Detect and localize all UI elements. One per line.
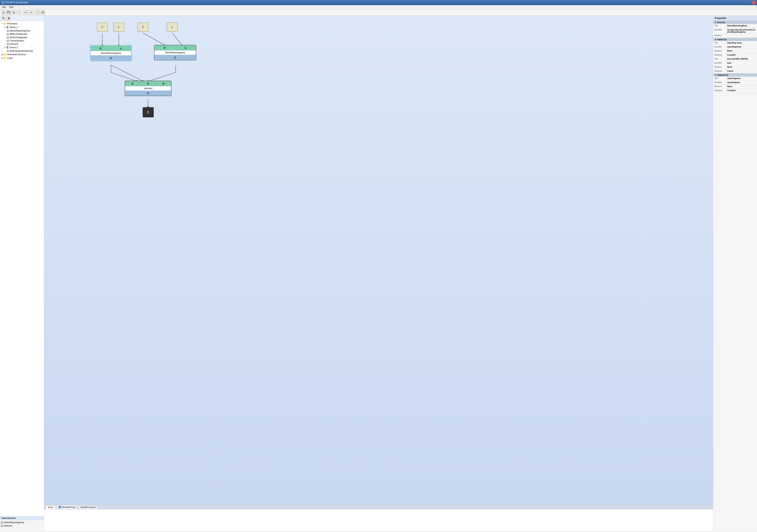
app-title: RichWPS ModelBuilder — [6, 1, 28, 4]
tree-item-msrlds[interactable]: MSRLDSselection — [0, 32, 44, 36]
tab-model[interactable]: Model — [45, 505, 56, 509]
outputs-section-header[interactable]: ▼ Outputs (1) — [713, 73, 757, 76]
process-icon-st — [7, 37, 9, 39]
bottom-tabs-area: Model i SemanticProxy RichWPS-Server — [44, 504, 713, 531]
tree-label-server2: Server 2 — [9, 46, 17, 49]
toolbar: 🗂 💾 🖨 ⬜ ↩ ↪ 📋 🌿 — [0, 9, 757, 15]
toolbar-undo[interactable]: ↩ — [23, 10, 28, 15]
prop-input1-title-row: Title reporting areas. — [713, 41, 757, 45]
tree-label-st: SelectTopography — [10, 36, 27, 39]
input-node-l2[interactable]: L — [167, 22, 178, 32]
tree-item-server2[interactable]: ▼ 🗄 Server 2 — [0, 45, 44, 49]
process-section-header[interactable]: ▼ Process — [713, 21, 757, 24]
prop-input1-identifier-label: Identifier — [713, 45, 726, 49]
tree-item-local[interactable]: ▶ 📁 Local — [0, 56, 44, 60]
tree-item-selecttopography[interactable]: SelectTopography — [0, 36, 44, 39]
toolbar-action1[interactable]: 📋 — [35, 10, 40, 15]
toolbar-new[interactable]: ⬜ — [16, 10, 21, 15]
close-button[interactable]: ✕ — [752, 1, 756, 4]
toolbar-redo[interactable]: ↪ — [28, 10, 33, 15]
prop-input1-title-label: Title — [713, 41, 726, 45]
prop-process-abstract-label: Abstract — [713, 34, 726, 38]
tab-richwps[interactable]: RichWPS-Server — [78, 505, 98, 509]
tree-label-server1: Server 1 — [9, 26, 17, 29]
prop-process-title-label: Title — [713, 24, 726, 28]
inputs-section-header[interactable]: ▼ Inputs (2) — [713, 38, 757, 41]
tree-item-processes[interactable]: ▼ 📁 Processes — [0, 22, 44, 25]
menu-file[interactable]: File — [1, 6, 7, 9]
model-canvas[interactable]: C L C L C L S — [44, 15, 713, 504]
output-box: C — [143, 107, 154, 117]
tree-item-makro[interactable]: Makrophytenbewertung — [0, 49, 44, 53]
prop-output1-abstract-value: None. — [726, 85, 757, 89]
expand-icon-server2: ▼ — [4, 46, 6, 48]
tree-item-characteristics[interactable]: Characteristics — [0, 39, 44, 42]
toolbar-sep2 — [34, 11, 34, 15]
input-node-c2[interactable]: C — [137, 22, 149, 32]
toolbar-print[interactable]: 🖨 — [11, 10, 16, 15]
prop-output1-title-row: Title reportingarea. — [713, 76, 757, 81]
server1-icon: 🗄 — [6, 26, 9, 29]
tab-semanticproxy[interactable]: i SemanticProxy — [56, 505, 78, 509]
prop-input2-identifier-row: Identifier area — [713, 61, 757, 65]
tree-label-local: Local — [7, 57, 13, 59]
intersect-title: Intersect — [144, 87, 152, 90]
prop-input1-datatype-row: Datatype Complex — [713, 53, 757, 57]
properties-header: Properties — [713, 15, 757, 21]
tree-item-server1[interactable]: ▼ 🗄 Server 1 — [0, 25, 44, 29]
expand-icon-server1: ▼ — [4, 26, 6, 28]
prop-process-identifier-value: net.disy.wps.lkn.processes.SelectReporti… — [726, 28, 757, 34]
prop-output1-datatype-value: Complex — [726, 89, 757, 93]
tree-label-char: Characteristics — [10, 40, 24, 42]
sra1-title: SelectReportingArea — [101, 52, 121, 54]
tree-item-selectreportingarea[interactable]: SelectReportingArea — [0, 29, 44, 32]
used-item-intersect[interactable]: Intersect — [0, 524, 44, 527]
prop-output1-identifier-row: Identifier reportingarea — [713, 81, 757, 85]
prop-input2-abstract-row: Abstract None. — [713, 65, 757, 69]
tree-label-makro: Makrophytenbewertung — [10, 50, 33, 52]
prop-input1-identifier-row: Identifier reportingareas — [713, 45, 757, 49]
tree-item-intersect[interactable]: Intersect — [0, 42, 44, 45]
process-node-sra1[interactable]: C L SelectReportingArea C — [90, 45, 132, 61]
minimize-button[interactable]: − — [744, 1, 747, 4]
prop-input1-abstract-row: Abstract None. — [713, 49, 757, 53]
svg-line-4 — [143, 33, 165, 45]
left-panel-toolbar: ↻ ⊕ — [0, 15, 44, 21]
app-icon: MB — [1, 1, 4, 4]
left-panel: ↻ ⊕ ▼ 📁 Processes ▼ 🗄 Server 1 Sel — [0, 15, 44, 531]
toolbar-sep1 — [22, 11, 22, 15]
used-elements-section: Used elements SelectReportingArea Inters… — [0, 516, 44, 531]
process-icon-sra — [7, 30, 9, 32]
main-layout: ↻ ⊕ ▼ 📁 Processes ▼ 🗄 Server 1 Sel — [0, 15, 757, 531]
prop-input2-datatype-value: Literal — [726, 69, 757, 73]
toolbar-action2[interactable]: 🌿 — [40, 10, 45, 15]
tree-label-intersect: Intersect — [10, 43, 18, 45]
toolbar-save[interactable]: 💾 — [6, 10, 11, 15]
used-label-intersect: Intersect — [4, 524, 12, 527]
add-button[interactable]: ⊕ — [6, 16, 11, 21]
server2-icon: 🗄 — [6, 46, 9, 49]
toolbar-open[interactable]: 🗂 — [1, 10, 6, 15]
refresh-button[interactable]: ↻ — [1, 16, 6, 21]
prop-process-abstract-row: Abstract — [713, 34, 757, 38]
menu-edit[interactable]: Edit — [8, 6, 15, 9]
prop-process-title-value: SelectReportingArea — [726, 24, 757, 28]
used-item-sra[interactable]: SelectReportingArea — [0, 521, 44, 524]
used-elements-header: Used elements — [0, 516, 44, 520]
process-node-sra2[interactable]: C L SelectReportingArea C — [154, 45, 196, 60]
prop-output1-datatype-label: Datatype — [713, 89, 726, 93]
process-node-intersect[interactable]: C C C Intersect C — [125, 81, 171, 96]
prop-input1-abstract-value: None. — [726, 49, 757, 53]
input-node-c1[interactable]: C — [97, 22, 108, 32]
process-tree: ▼ 📁 Processes ▼ 🗄 Server 1 SelectReporti… — [0, 21, 44, 516]
prop-output1-abstract-row: Abstract None. — [713, 85, 757, 89]
tree-label-processes: Processes — [7, 22, 17, 25]
input-l2-box: L — [167, 22, 178, 32]
tree-item-download[interactable]: ▶ 📁 Download Services — [0, 53, 44, 56]
prop-output1-identifier-value: reportingarea — [726, 81, 757, 84]
output-node[interactable]: C — [143, 107, 154, 117]
input-node-l1[interactable]: L — [113, 22, 124, 32]
maximize-button[interactable]: □ — [748, 1, 751, 4]
input-c2-box: C — [137, 22, 149, 32]
prop-input2-title-label: Title — [713, 57, 726, 61]
